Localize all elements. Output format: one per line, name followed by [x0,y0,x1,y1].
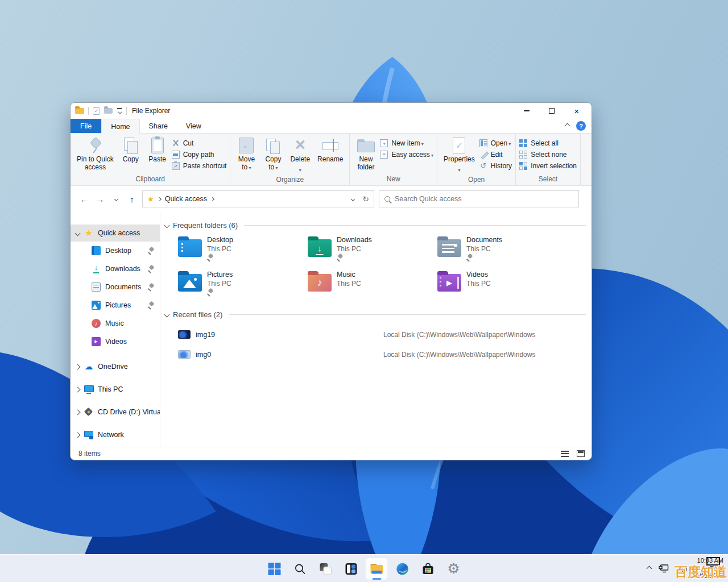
watermark: 百度知道 [672,557,727,581]
help-icon[interactable]: ? [576,121,586,131]
easy-access-button[interactable]: Easy access [380,151,433,159]
sidebar-item-downloads[interactable]: Downloads [71,260,160,278]
chevron-right-icon[interactable] [75,432,81,438]
button-label: History [491,162,512,170]
frequent-folders-header[interactable]: Frequent folders (6) [165,221,586,230]
paste-button[interactable]: Paste [145,136,170,165]
minimize-ribbon-icon[interactable] [565,123,570,129]
widgets-button[interactable] [340,558,363,580]
pin-to-quick-access-button[interactable]: Pin to Quick access [74,136,117,173]
copy-to-button[interactable]: Copy to [260,136,286,173]
chevron-down-icon [114,197,118,201]
properties-button[interactable]: Properties [441,136,478,175]
sidebar-item-pictures[interactable]: Pictures [71,296,160,314]
sidebar-item-desktop[interactable]: Desktop [71,242,160,260]
breadcrumb-separator-icon[interactable] [158,197,162,201]
move-to-button[interactable]: Move to [234,136,259,173]
properties-qat-icon[interactable]: ✓ [93,107,100,115]
file-path: Local Disk (C:)\Windows\Web\Wallpaper\Wi… [383,351,535,359]
sidebar-item-quick-access[interactable]: ★ Quick access [71,225,160,242]
address-dropdown-icon[interactable] [351,197,355,201]
image-thumbnail [178,330,191,339]
folder-tile-pictures[interactable]: Pictures This PC [178,270,308,296]
close-button[interactable]: × [564,103,589,119]
address-bar[interactable]: ★ Quick access ↻ [142,190,374,207]
invert-selection-button[interactable]: Invert selection [519,162,577,170]
search-box[interactable] [379,190,579,207]
back-button[interactable]: ← [76,191,92,207]
folder-glyph [437,274,461,292]
rename-button[interactable]: Rename [315,136,346,165]
breadcrumb-quick-access[interactable]: Quick access [165,195,207,203]
tab-share[interactable]: Share [140,119,177,133]
tab-home[interactable]: Home [101,119,139,134]
maximize-button[interactable] [539,103,564,119]
large-icons-view-button[interactable] [574,448,587,459]
forward-button[interactable]: → [92,191,108,207]
close-icon: × [574,107,580,115]
delete-button[interactable]: × Delete [287,136,313,175]
folder-tile-desktop[interactable]: Desktop This PC [178,235,308,261]
documents-folder-icon [437,239,461,257]
recent-files-header[interactable]: Recent files (2) [165,310,586,319]
recent-file-row[interactable]: img19 Local Disk (C:)\Windows\Web\Wallpa… [165,325,586,344]
select-all-button[interactable]: Select all [519,139,577,147]
history-button[interactable]: History [479,162,512,170]
taskbar-center-icons: ⚙ [263,555,465,582]
ribbon-group-organize: Move to Copy to × Delete Rename Organize [230,134,350,185]
copy-button[interactable]: Copy [118,136,143,165]
sidebar-item-onedrive[interactable]: ☁ OneDrive [71,355,160,378]
folder-tile-videos[interactable]: Videos This PC [437,270,567,296]
network-icon[interactable] [659,564,670,573]
sidebar-item-music[interactable]: Music [71,314,160,332]
sidebar-item-network[interactable]: Network [71,423,160,446]
recent-locations-dropdown[interactable] [108,191,124,207]
paste-shortcut-button[interactable]: Paste shortcut [172,162,227,170]
button-label: Paste [148,156,166,164]
sidebar-item-cd-drive[interactable]: CD Drive (D:) Virtuall [71,401,160,423]
minimize-button[interactable] [514,103,539,119]
chevron-right-icon[interactable] [75,409,81,415]
tab-view[interactable]: View [177,119,210,133]
chevron-down-icon[interactable] [75,230,81,236]
recent-file-row[interactable]: img0 Local Disk (C:)\Windows\Web\Wallpap… [165,344,586,364]
sidebar-item-documents[interactable]: Documents [71,278,160,296]
edit-button[interactable]: Edit [479,151,512,159]
titlebar[interactable]: ✓ File Explorer × [71,103,592,119]
select-none-button[interactable]: Select none [519,151,577,159]
details-view-button[interactable] [559,448,571,459]
copy-path-button[interactable]: Copy path [172,151,227,159]
search-button[interactable] [289,558,312,580]
store-button[interactable] [417,558,440,580]
chevron-right-icon[interactable] [75,386,81,392]
videos-icon [92,337,101,346]
chevron-down-icon[interactable] [164,312,170,318]
start-button[interactable] [263,558,286,580]
up-button[interactable]: ↑ [124,191,140,207]
cut-button[interactable]: Cut [172,139,227,147]
file-name: img19 [196,331,383,339]
refresh-icon[interactable]: ↻ [362,194,369,203]
sidebar-item-this-pc[interactable]: This PC [71,378,160,401]
chevron-right-icon[interactable] [75,364,81,369]
file-explorer-button[interactable] [366,558,388,580]
new-folder-button[interactable]: New folder [353,136,378,173]
tab-file[interactable]: File [71,119,101,133]
hidden-icons-chevron[interactable] [647,566,652,572]
folder-name: Pictures [207,271,233,278]
edge-button[interactable] [391,558,414,580]
folder-tile-downloads[interactable]: Downloads This PC [308,235,437,261]
new-item-button[interactable]: New item [380,139,433,147]
settings-button[interactable]: ⚙ [442,558,465,580]
folder-tile-documents[interactable]: Documents This PC [437,235,567,261]
breadcrumb-separator-icon[interactable] [210,197,214,201]
open-button[interactable]: Open [479,139,512,147]
chevron-down-icon[interactable] [164,223,170,228]
customize-toolbar-icon[interactable] [117,108,122,114]
new-folder-qat-icon[interactable] [104,108,113,114]
rename-icon [322,138,338,153]
sidebar-item-videos[interactable]: Videos [71,332,160,351]
task-view-button[interactable] [315,558,337,580]
search-input[interactable] [395,195,573,203]
folder-tile-music[interactable]: Music This PC [308,270,437,296]
